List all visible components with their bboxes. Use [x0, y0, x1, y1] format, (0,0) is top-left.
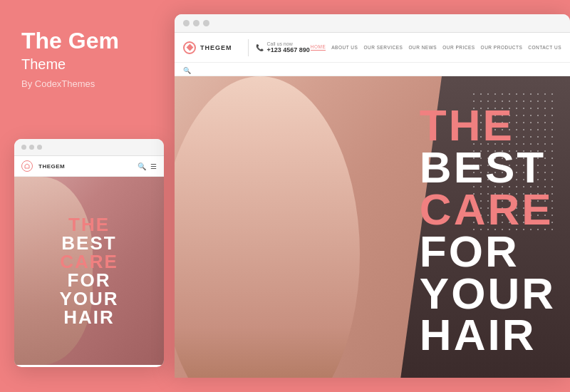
phone-info: Call us now +123 4567 890 — [267, 41, 310, 53]
mobile-hero-text: THE BEST CARE FOR YOUR HAIR — [52, 208, 125, 334]
desktop-logo-icon — [183, 41, 196, 54]
svg-marker-0 — [25, 164, 29, 168]
phone-icon: 📞 — [256, 44, 264, 51]
desktop-dot-1 — [183, 20, 190, 26]
phone-label: Call us now — [267, 41, 310, 46]
mobile-dot-2 — [29, 145, 34, 150]
mobile-titlebar — [14, 139, 164, 156]
mobile-nav: THEGEM 🔍 ☰ — [14, 156, 164, 177]
mobile-menu-icon[interactable]: ☰ — [150, 163, 157, 170]
theme-author: By CodexThemes — [21, 78, 150, 89]
mobile-mockup: THEGEM 🔍 ☰ THE BEST CARE FOR YOUR HAIR — [14, 139, 164, 367]
desktop-logo-text: THEGEM — [200, 44, 232, 51]
desktop-mockup: THEGEM 📞 Call us now +123 4567 890 HOME … — [175, 14, 570, 378]
theme-title: The Gem — [21, 29, 150, 53]
nav-link-home[interactable]: HOME — [311, 44, 326, 51]
nav-link-prices[interactable]: OUR PRICES — [442, 45, 475, 50]
desktop-dot-2 — [193, 20, 200, 26]
desktop-nav-links: HOME ABOUT US OUR SERVICES OUR NEWS OUR … — [311, 44, 561, 51]
desktop-hero-line4: FOR — [420, 231, 556, 273]
mobile-hero-line2: BEST — [59, 234, 118, 252]
nav-link-services[interactable]: OUR SERVICES — [363, 45, 403, 50]
mobile-hero-line3: CARE — [59, 252, 118, 271]
mobile-logo-text: THEGEM — [38, 163, 132, 170]
nav-link-news[interactable]: OUR NEWS — [408, 45, 437, 50]
mobile-dot-1 — [21, 145, 26, 150]
desktop-hero-line2: BEST — [420, 147, 556, 189]
nav-link-products[interactable]: OUR PRODUCTS — [481, 45, 523, 50]
mobile-hero-line6: HAIR — [59, 308, 118, 326]
mobile-logo-icon — [21, 160, 33, 172]
desktop-logo: THEGEM — [183, 41, 232, 54]
desktop-search-icon[interactable]: 🔍 — [183, 67, 561, 74]
desktop-hero-line6: HAIR — [420, 314, 556, 356]
desktop-dot-3 — [203, 20, 209, 26]
mobile-dot-3 — [37, 145, 42, 150]
desktop-hero-text: THE BEST CARE FOR YOUR HAIR — [420, 105, 556, 356]
phone-number: +123 4567 890 — [267, 46, 310, 53]
desktop-hero-line5: YOUR — [420, 273, 556, 315]
mobile-hero: THE BEST CARE FOR YOUR HAIR — [14, 177, 164, 365]
mobile-hero-line4: FOR — [59, 271, 118, 289]
mobile-hero-line1: THE — [59, 215, 118, 234]
desktop-titlebar — [175, 14, 570, 33]
nav-divider — [248, 39, 249, 56]
mobile-search-icon[interactable]: 🔍 — [138, 163, 146, 170]
desktop-nav: THEGEM 📞 Call us now +123 4567 890 HOME … — [175, 33, 570, 63]
nav-link-about[interactable]: ABOUT US — [331, 45, 358, 50]
desktop-hero-line1: THE — [420, 105, 556, 147]
mobile-hero-line5: YOUR — [59, 289, 118, 308]
desktop-hero-line3: CARE — [420, 189, 556, 231]
desktop-hero: THE BEST CARE FOR YOUR HAIR — [175, 76, 570, 378]
nav-link-contact[interactable]: CONTACT US — [528, 45, 561, 50]
diamond-icon — [186, 44, 193, 51]
theme-subtitle: Theme — [21, 56, 150, 73]
desktop-phone: 📞 Call us now +123 4567 890 — [256, 41, 310, 53]
mobile-nav-icons: 🔍 ☰ — [138, 163, 157, 170]
